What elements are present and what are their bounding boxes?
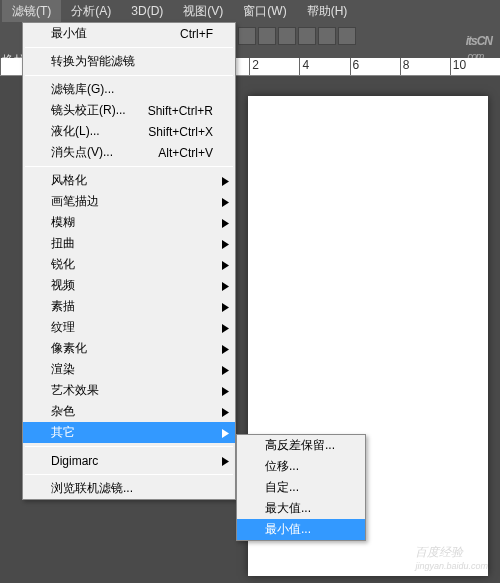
menu-sharpen[interactable]: 锐化 bbox=[23, 254, 235, 275]
menu-noise[interactable]: 杂色 bbox=[23, 401, 235, 422]
menu-pixelate[interactable]: 像素化 bbox=[23, 338, 235, 359]
menu-brush-strokes[interactable]: 画笔描边 bbox=[23, 191, 235, 212]
tool-icon[interactable] bbox=[318, 27, 336, 45]
menu-artistic[interactable]: 艺术效果 bbox=[23, 380, 235, 401]
arrow-right-icon bbox=[222, 385, 229, 399]
menu-stylize[interactable]: 风格化 bbox=[23, 170, 235, 191]
arrow-right-icon bbox=[222, 217, 229, 231]
separator bbox=[25, 47, 233, 48]
filter-menu: 最小值Ctrl+F 转换为智能滤镜 滤镜库(G)... 镜头校正(R)...Sh… bbox=[22, 22, 236, 500]
menu-help[interactable]: 帮助(H) bbox=[297, 0, 358, 23]
tool-icon[interactable] bbox=[298, 27, 316, 45]
arrow-right-icon bbox=[222, 343, 229, 357]
menu-vanishing-point[interactable]: 消失点(V)...Alt+Ctrl+V bbox=[23, 142, 235, 163]
tool-icon[interactable] bbox=[238, 27, 256, 45]
menu-blur[interactable]: 模糊 bbox=[23, 212, 235, 233]
arrow-right-icon bbox=[222, 196, 229, 210]
submenu-custom[interactable]: 自定... bbox=[237, 477, 365, 498]
other-submenu: 高反差保留... 位移... 自定... 最大值... 最小值... bbox=[236, 434, 366, 541]
menu-distort[interactable]: 扭曲 bbox=[23, 233, 235, 254]
menu-analysis[interactable]: 分析(A) bbox=[61, 0, 121, 23]
separator bbox=[25, 75, 233, 76]
arrow-right-icon bbox=[222, 259, 229, 273]
submenu-offset[interactable]: 位移... bbox=[237, 456, 365, 477]
menu-window[interactable]: 窗口(W) bbox=[233, 0, 296, 23]
arrow-right-icon bbox=[222, 175, 229, 189]
menu-filter[interactable]: 滤镜(T) bbox=[2, 0, 61, 23]
submenu-highpass[interactable]: 高反差保留... bbox=[237, 435, 365, 456]
watermark: itsCN.com bbox=[466, 25, 492, 62]
arrow-right-icon bbox=[222, 406, 229, 420]
tool-icon[interactable] bbox=[258, 27, 276, 45]
separator bbox=[25, 446, 233, 447]
menu-video[interactable]: 视频 bbox=[23, 275, 235, 296]
arrow-right-icon bbox=[222, 455, 229, 469]
menu-sketch[interactable]: 素描 bbox=[23, 296, 235, 317]
tool-icon[interactable] bbox=[278, 27, 296, 45]
separator bbox=[25, 474, 233, 475]
arrow-right-icon bbox=[222, 238, 229, 252]
arrow-right-icon bbox=[222, 301, 229, 315]
menu-3d[interactable]: 3D(D) bbox=[121, 1, 173, 21]
menu-texture[interactable]: 纹理 bbox=[23, 317, 235, 338]
menu-last-filter[interactable]: 最小值Ctrl+F bbox=[23, 23, 235, 44]
arrow-right-icon bbox=[222, 280, 229, 294]
menu-lens-correction[interactable]: 镜头校正(R)...Shift+Ctrl+R bbox=[23, 100, 235, 121]
submenu-minimum[interactable]: 最小值... bbox=[237, 519, 365, 540]
tool-icon[interactable] bbox=[338, 27, 356, 45]
menu-digimarc[interactable]: Digimarc bbox=[23, 450, 235, 471]
menu-liquify[interactable]: 液化(L)...Shift+Ctrl+X bbox=[23, 121, 235, 142]
watermark: 百度经验jingyan.baidu.com bbox=[415, 542, 488, 571]
arrow-right-icon bbox=[222, 427, 229, 441]
arrow-right-icon bbox=[222, 322, 229, 336]
separator bbox=[25, 166, 233, 167]
menu-filter-gallery[interactable]: 滤镜库(G)... bbox=[23, 79, 235, 100]
menubar: 滤镜(T) 分析(A) 3D(D) 视图(V) 窗口(W) 帮助(H) bbox=[0, 0, 500, 22]
menu-browse-online[interactable]: 浏览联机滤镜... bbox=[23, 478, 235, 499]
menu-view[interactable]: 视图(V) bbox=[173, 0, 233, 23]
arrow-right-icon bbox=[222, 364, 229, 378]
menu-other[interactable]: 其它 bbox=[23, 422, 235, 443]
menu-render[interactable]: 渲染 bbox=[23, 359, 235, 380]
menu-convert-smart[interactable]: 转换为智能滤镜 bbox=[23, 51, 235, 72]
submenu-maximum[interactable]: 最大值... bbox=[237, 498, 365, 519]
